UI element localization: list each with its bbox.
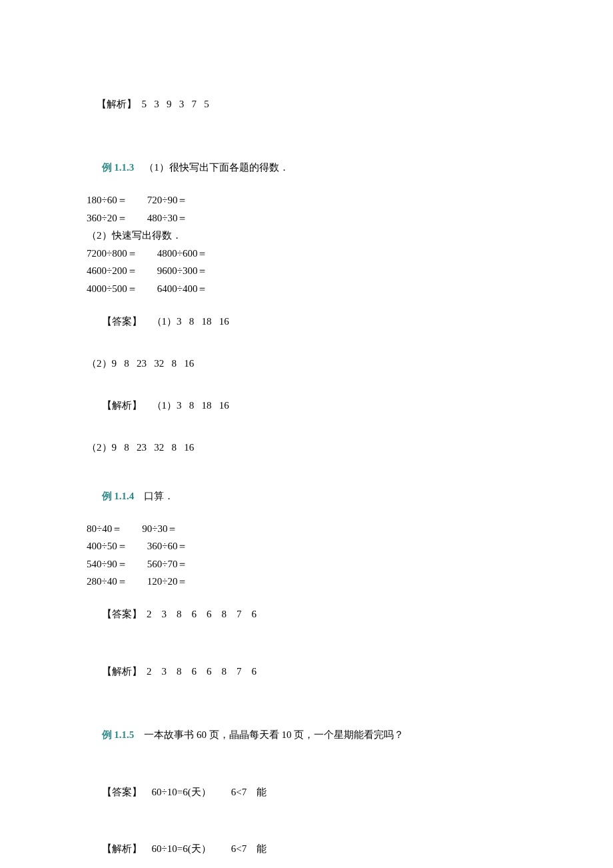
answer-values: 2 3 8 6 6 8 7 6 [142, 609, 257, 619]
analysis-values: （1）3 8 18 16 [142, 400, 229, 411]
calc-row: 280÷40＝ 120÷20＝ [87, 574, 526, 589]
analysis-label: 【解析】 [102, 398, 142, 413]
answer-line-2: （2）9 8 23 32 8 16 [87, 356, 526, 371]
page-container: 【解析】 5 3 9 3 7 5 例 1.1.3 （1）很快写出下面各题的得数．… [0, 0, 613, 868]
analysis-line: 【解析】 2 3 8 6 6 8 7 6 [87, 649, 526, 694]
answer-label: 【答案】 [102, 607, 142, 622]
example-prompt: 一本故事书 60 页，晶晶每天看 10 页，一个星期能看完吗？ [134, 729, 404, 740]
analysis-line-2: （2）9 8 23 32 8 16 [87, 440, 526, 455]
calc-row: 4600÷200＝ 9600÷300＝ [87, 263, 526, 279]
calc-row: 540÷90＝ 560÷70＝ [87, 557, 526, 572]
analysis-text: 60÷10=6(天） 6<7 能 [142, 843, 267, 854]
calc-row: 360÷20＝ 480÷30＝ [87, 211, 526, 226]
analysis-values: 2 3 8 6 6 8 7 6 [142, 666, 257, 677]
answer-label: 【答案】 [102, 314, 142, 329]
analysis-line-top: 【解析】 5 3 9 3 7 5 [87, 81, 526, 127]
calc-row: 7200÷800＝ 4800÷600＝ [87, 246, 526, 261]
answer-line: 【答案】 60÷10=6(天） 6<7 能 [87, 769, 526, 815]
answer-text: 60÷10=6(天） 6<7 能 [142, 787, 267, 797]
example-1-1-3: 例 1.1.3 （1）很快写出下面各题的得数． 180÷60＝ 720÷90＝ … [87, 145, 526, 455]
example-label: 例 1.1.3 [102, 162, 135, 173]
analysis-line: 【解析】 60÷10=6(天） 6<7 能 [87, 827, 526, 869]
analysis-values: 5 3 9 3 7 5 [137, 99, 209, 109]
analysis-label: 【解析】 [102, 841, 142, 857]
example-1-1-5: 例 1.1.5 一本故事书 60 页，晶晶每天看 10 页，一个星期能看完吗？ … [87, 713, 526, 869]
analysis-line: 【解析】 （1）3 8 18 16 [87, 383, 526, 428]
example-label: 例 1.1.4 [102, 491, 135, 501]
answer-values: （1）3 8 18 16 [142, 316, 229, 327]
example-label: 例 1.1.5 [102, 729, 135, 740]
analysis-label: 【解析】 [97, 97, 137, 112]
answer-line: 【答案】 2 3 8 6 6 8 7 6 [87, 592, 526, 637]
example-1-1-4: 例 1.1.4 口算． 80÷40＝ 90÷30＝ 400÷50＝ 360÷60… [87, 473, 526, 694]
answer-line: 【答案】 （1）3 8 18 16 [87, 299, 526, 344]
calc-row: 4000÷500＝ 6400÷400＝ [87, 281, 526, 297]
example-prompt-2: （2）快速写出得数． [87, 228, 526, 243]
calc-row: 80÷40＝ 90÷30＝ [87, 521, 526, 537]
analysis-label: 【解析】 [102, 664, 142, 679]
example-prompt-1: （1）很快写出下面各题的得数． [134, 162, 289, 173]
calc-row: 180÷60＝ 720÷90＝ [87, 193, 526, 208]
calc-row: 400÷50＝ 360÷60＝ [87, 539, 526, 554]
example-prompt: 口算． [134, 491, 174, 501]
answer-label: 【答案】 [102, 785, 142, 800]
